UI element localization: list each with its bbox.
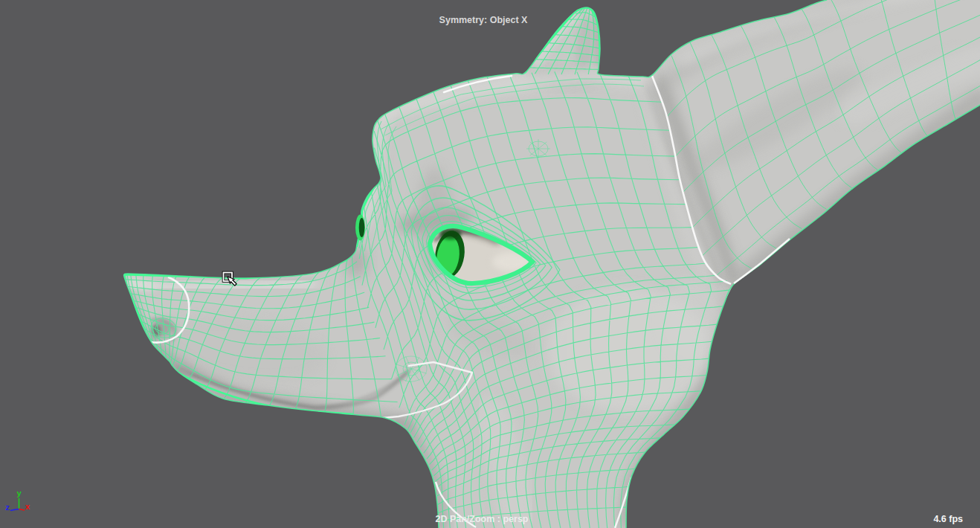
- svg-text:2D Pan/Zoom : persp: 2D Pan/Zoom : persp: [435, 514, 528, 524]
- svg-text:x: x: [25, 502, 30, 511]
- svg-text:Symmetry: Object X: Symmetry: Object X: [439, 15, 528, 25]
- svg-text:z: z: [5, 503, 10, 512]
- svg-text:4.6 fps: 4.6 fps: [933, 514, 963, 524]
- svg-text:y: y: [16, 489, 22, 498]
